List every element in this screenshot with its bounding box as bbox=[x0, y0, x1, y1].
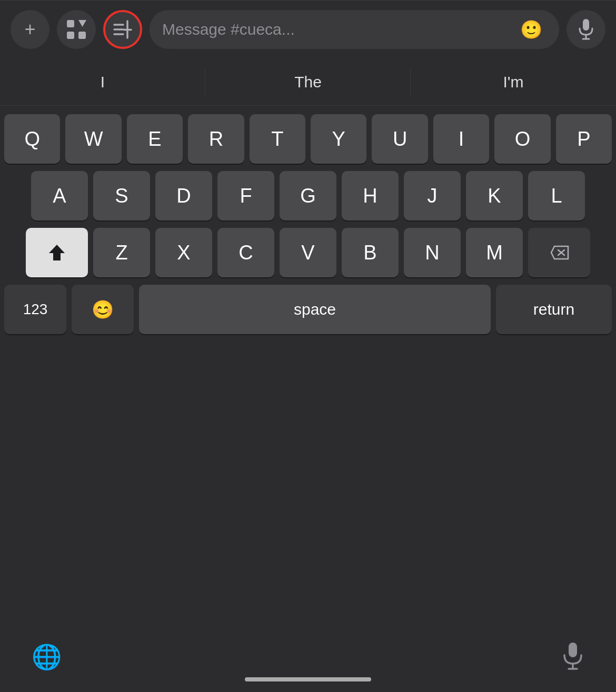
microphone-icon bbox=[578, 19, 594, 40]
key-t[interactable]: T bbox=[250, 114, 305, 164]
key-v[interactable]: V bbox=[280, 228, 336, 277]
key-x[interactable]: X bbox=[155, 228, 212, 277]
key-e[interactable]: E bbox=[127, 114, 183, 164]
key-row-2: A S D F G H J K L bbox=[4, 171, 612, 220]
emoji-keyboard-key[interactable]: 😊 bbox=[72, 285, 134, 334]
apps-plus-button[interactable] bbox=[103, 10, 142, 49]
key-q[interactable]: Q bbox=[4, 114, 60, 164]
predict-text-1: I bbox=[101, 73, 105, 91]
predict-text-2: The bbox=[294, 73, 322, 91]
svg-rect-15 bbox=[569, 643, 577, 657]
smiley-icon: 🙂 bbox=[520, 19, 542, 39]
key-z[interactable]: Z bbox=[93, 228, 150, 277]
key-r[interactable]: R bbox=[188, 114, 244, 164]
key-l[interactable]: L bbox=[528, 171, 585, 220]
key-g[interactable]: G bbox=[280, 171, 336, 220]
plus-icon: + bbox=[24, 18, 35, 41]
predictive-row: I The I'm bbox=[0, 58, 616, 106]
svg-rect-2 bbox=[67, 32, 74, 39]
key-row-3: Z X C V B N M bbox=[4, 228, 612, 277]
delete-key[interactable] bbox=[528, 228, 590, 277]
svg-rect-9 bbox=[583, 19, 589, 31]
key-u[interactable]: U bbox=[372, 114, 428, 164]
num-key[interactable]: 123 bbox=[4, 285, 66, 334]
key-h[interactable]: H bbox=[342, 171, 399, 220]
shift-icon bbox=[48, 244, 66, 262]
keyboard: Q W E R T Y U I O P A S D F G H J K L Z … bbox=[0, 106, 616, 634]
key-w[interactable]: W bbox=[65, 114, 121, 164]
key-s[interactable]: S bbox=[93, 171, 150, 220]
bottom-mic-icon[interactable] bbox=[561, 643, 584, 677]
add-button[interactable]: + bbox=[11, 10, 49, 49]
space-key[interactable]: space bbox=[139, 285, 491, 334]
predict-item-3[interactable]: I'm bbox=[411, 58, 616, 105]
microphone-bottom-icon bbox=[561, 643, 584, 671]
svg-rect-3 bbox=[78, 32, 86, 39]
key-c[interactable]: C bbox=[217, 228, 274, 277]
delete-icon bbox=[549, 245, 569, 260]
apps-button[interactable] bbox=[57, 10, 96, 49]
predict-item-1[interactable]: I bbox=[0, 58, 205, 105]
key-f[interactable]: F bbox=[217, 171, 274, 220]
message-placeholder: Message #cueca... bbox=[162, 21, 516, 38]
predict-text-3: I'm bbox=[503, 73, 523, 91]
apps-icon bbox=[66, 19, 86, 39]
globe-icon[interactable]: 🌐 bbox=[32, 643, 62, 671]
key-j[interactable]: J bbox=[404, 171, 461, 220]
key-m[interactable]: M bbox=[466, 228, 523, 277]
key-n[interactable]: N bbox=[404, 228, 461, 277]
predict-item-2[interactable]: The bbox=[205, 58, 411, 105]
key-row-1: Q W E R T Y U I O P bbox=[4, 114, 612, 164]
toolbar: + Message #cueca... 🙂 bbox=[0, 0, 616, 58]
key-y[interactable]: Y bbox=[311, 114, 366, 164]
message-input[interactable]: Message #cueca... 🙂 bbox=[150, 10, 559, 49]
home-indicator bbox=[245, 677, 371, 681]
return-key[interactable]: return bbox=[496, 285, 612, 334]
key-p[interactable]: P bbox=[556, 114, 612, 164]
key-i[interactable]: I bbox=[433, 114, 489, 164]
svg-marker-12 bbox=[49, 245, 65, 260]
bottom-bar: 🌐 bbox=[0, 634, 616, 692]
key-a[interactable]: A bbox=[31, 171, 88, 220]
key-row-4: 123 😊 space return bbox=[4, 285, 612, 334]
key-k[interactable]: K bbox=[466, 171, 523, 220]
mic-button[interactable] bbox=[567, 10, 605, 49]
svg-marker-1 bbox=[78, 20, 86, 27]
emoji-button[interactable]: 🙂 bbox=[516, 19, 547, 40]
svg-rect-0 bbox=[67, 20, 74, 27]
apps-plus-icon bbox=[113, 19, 133, 39]
key-b[interactable]: B bbox=[342, 228, 399, 277]
shift-key[interactable] bbox=[26, 228, 88, 277]
key-d[interactable]: D bbox=[155, 171, 212, 220]
key-o[interactable]: O bbox=[494, 114, 550, 164]
